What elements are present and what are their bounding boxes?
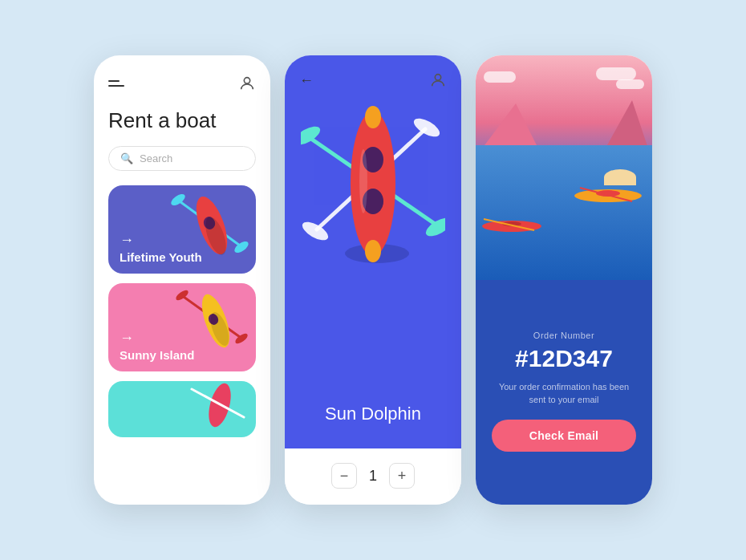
sun-dolphin-screen: ← <box>285 55 461 505</box>
lifetime-youth-tile[interactable]: → Lifetime Youth <box>108 185 256 274</box>
increase-quantity-button[interactable]: + <box>389 463 415 489</box>
svg-point-15 <box>435 75 440 80</box>
teal-tile-peek[interactable] <box>108 381 256 437</box>
user-icon[interactable] <box>238 75 256 92</box>
back-button[interactable]: ← <box>299 72 314 89</box>
boat-name: Sun Dolphin <box>325 396 421 424</box>
cloud-2 <box>616 79 644 89</box>
check-email-button[interactable]: Check Email <box>492 420 636 452</box>
decrease-quantity-button[interactable]: − <box>331 463 357 489</box>
order-info: Order Number #12D347 Your order confirma… <box>476 280 652 505</box>
search-bar[interactable]: 🔍 Search <box>108 146 256 171</box>
search-icon: 🔍 <box>120 152 133 164</box>
order-number-value: #12D347 <box>515 345 613 372</box>
card2-top: ← <box>285 55 461 448</box>
order-number-label: Order Number <box>533 331 594 340</box>
mini-kayak-1 <box>572 184 644 208</box>
cloud-1 <box>596 67 636 80</box>
cloud-3 <box>484 71 516 83</box>
kayak-illustration-blue <box>164 189 256 262</box>
quantity-value: 1 <box>357 468 389 485</box>
user-icon-card2[interactable] <box>429 71 447 89</box>
kayak-large <box>301 97 445 274</box>
page-title: Rent a boat <box>108 108 256 133</box>
svg-point-25 <box>365 240 381 262</box>
menu-icon[interactable] <box>108 80 124 87</box>
svg-point-24 <box>365 106 381 128</box>
kayak-illustration-pink <box>172 287 256 355</box>
search-input[interactable]: Search <box>140 152 172 164</box>
order-description: Your order confirmation has been sent to… <box>492 380 636 407</box>
kayak-illustration-teal <box>188 381 252 429</box>
mini-kayak-2 <box>480 216 544 236</box>
card2-nav: ← <box>299 71 447 89</box>
scenic-header <box>476 55 652 280</box>
svg-point-28 <box>359 149 367 213</box>
order-confirmation-screen: Order Number #12D347 Your order confirma… <box>476 55 652 505</box>
quantity-control: − 1 + <box>285 448 461 505</box>
card1-header <box>108 75 256 92</box>
rent-boat-screen: Rent a boat 🔍 Search → Lifetime Youth <box>94 55 270 505</box>
svg-point-0 <box>244 78 249 83</box>
svg-point-23 <box>351 112 395 256</box>
sunny-island-tile[interactable]: → Sunny Island <box>108 283 256 371</box>
water-scene <box>476 145 652 280</box>
